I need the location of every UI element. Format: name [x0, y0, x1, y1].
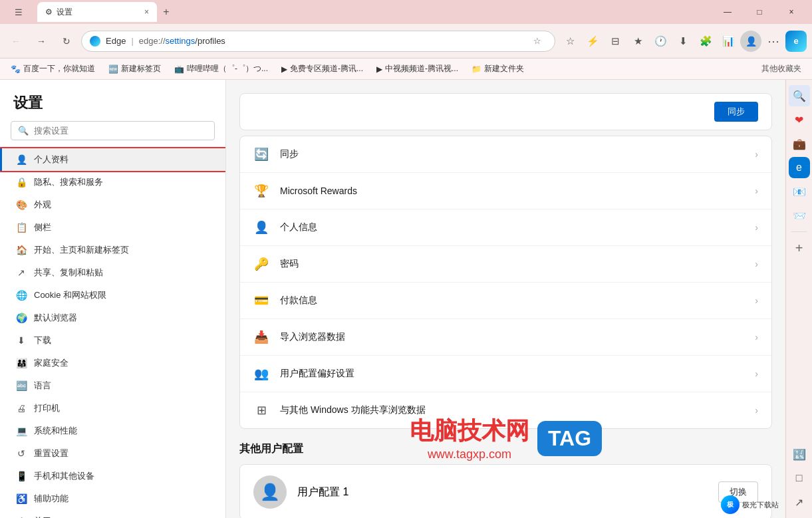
collections-button[interactable]: ☆	[559, 31, 581, 52]
user-prefs-label: 用户配置偏好设置	[280, 368, 744, 380]
browser-essentials-button[interactable]: ⚡	[582, 31, 603, 52]
user-prefs-icon: 👥	[253, 366, 269, 381]
sidebar-toggle-button[interactable]: ☰	[8, 1, 29, 23]
rs-bottom-icon2[interactable]: □	[789, 467, 810, 489]
family-nav-label: 家庭安全	[34, 357, 68, 369]
bookmark-newtab[interactable]: 🆕 新建标签页	[103, 62, 166, 76]
downloads-button[interactable]: ⬇	[672, 31, 694, 52]
newtab-label: 新建标签页	[121, 63, 161, 74]
back-button[interactable]: ←	[5, 31, 27, 52]
reset-nav-label: 重置设置	[34, 448, 68, 459]
edge-brand-icon: e	[785, 31, 807, 52]
settings-item-import[interactable]: 📥 导入浏览器数据 ›	[240, 319, 771, 356]
settings-items-section: 🔄 同步 › 🏆 Microsoft Rewards › 👤 个人信息 › 🔑 …	[239, 136, 772, 429]
nav-item-mobile[interactable]: 📱 手机和其他设备	[0, 465, 225, 487]
default-browser-nav-label: 默认浏览器	[34, 312, 77, 324]
privacy-nav-label: 隐私、搜索和服务	[34, 176, 103, 188]
tab-area: ⚙ 设置 × +	[37, 0, 707, 24]
favorites-button[interactable]: ★	[627, 31, 648, 52]
settings-item-password[interactable]: 🔑 密码 ›	[240, 246, 771, 283]
settings-item-user-prefs[interactable]: 👥 用户配置偏好设置 ›	[240, 356, 771, 392]
rs-tools-icon[interactable]: 💼	[789, 133, 810, 154]
rs-bottom-icon1[interactable]: 🔣	[789, 444, 810, 465]
search-icon: 🔍	[18, 126, 29, 136]
nav-item-appearance[interactable]: 🎨 外观	[0, 194, 225, 216]
profile-button[interactable]: 👤	[740, 31, 761, 52]
nav-item-cookie[interactable]: 🌐 Cookie 和网站权限	[0, 284, 225, 307]
nav-item-family[interactable]: 👨‍👩‍👧 家庭安全	[0, 352, 225, 374]
sync-button[interactable]: 同步	[714, 102, 758, 122]
settings-item-windows-share[interactable]: ⊞ 与其他 Windows 功能共享浏览数据 ›	[240, 392, 771, 428]
rs-msg-icon[interactable]: 📨	[789, 205, 810, 226]
nav-item-print[interactable]: 🖨 打印机	[0, 397, 225, 420]
nav-item-accessibility[interactable]: ♿ 辅助功能	[0, 487, 225, 510]
forward-button[interactable]: →	[31, 31, 52, 52]
split-screen-button[interactable]: ⊟	[605, 31, 626, 52]
rs-add-icon[interactable]: +	[789, 237, 810, 259]
url-rest: /profiles	[195, 36, 225, 46]
rs-bottom-icon3[interactable]: ↗	[789, 491, 810, 513]
folder-label: 新建文件夹	[484, 63, 524, 74]
rs-divider	[791, 231, 807, 232]
profile-card: 👤 用户配置 1 切换	[239, 464, 772, 518]
addressbar: ← → ↻ Edge | edge://settings/profiles ☆ …	[0, 24, 812, 59]
nav-item-default-browser[interactable]: 🌍 默认浏览器	[0, 307, 225, 329]
user-prefs-arrow-icon: ›	[755, 368, 758, 379]
nav-item-profile[interactable]: 👤 个人资料	[0, 148, 225, 171]
settings-item-rewards[interactable]: 🏆 Microsoft Rewards ›	[240, 173, 771, 209]
settings-item-personal-info[interactable]: 👤 个人信息 ›	[240, 209, 771, 246]
nav-item-about[interactable]: ℹ 关于 Microsoft Edge	[0, 510, 225, 518]
bookmarks-more-button[interactable]: 其他收藏夹	[756, 62, 807, 76]
bookmark-baidu[interactable]: 🐾 百度一下，你就知道	[5, 62, 100, 76]
bookmark-tencent1[interactable]: ▶ 免费专区频道-腾讯...	[276, 62, 368, 76]
rs-favorites-icon[interactable]: ❤	[789, 109, 810, 130]
aurora-badge: 极 极光下载站	[721, 495, 779, 514]
nav-item-sidebar[interactable]: 📋 侧栏	[0, 216, 225, 239]
settings-item-payment[interactable]: 💳 付款信息 ›	[240, 283, 771, 319]
print-nav-icon: 🖨	[15, 403, 27, 414]
nav-item-reset[interactable]: ↺ 重置设置	[0, 442, 225, 465]
refresh-button[interactable]: ↻	[56, 31, 77, 52]
settings-tab[interactable]: ⚙ 设置 ×	[37, 2, 157, 22]
nav-item-privacy[interactable]: 🔒 隐私、搜索和服务	[0, 171, 225, 194]
search-input[interactable]	[34, 126, 207, 136]
close-button[interactable]: ×	[776, 0, 807, 24]
performance-button[interactable]: 📊	[718, 31, 739, 52]
minimize-button[interactable]: —	[712, 0, 743, 24]
nav-item-system[interactable]: 💻 系统和性能	[0, 420, 225, 442]
import-icon: 📥	[253, 330, 269, 344]
rs-edge-icon[interactable]: e	[789, 157, 810, 178]
top-profile-section: 同步	[239, 93, 772, 130]
profile-info: 用户配置 1	[297, 485, 708, 499]
bookmark-tencent2[interactable]: ▶ 中视频频道-腾讯视...	[371, 62, 464, 76]
nav-item-downloads[interactable]: ⬇ 下载	[0, 329, 225, 352]
import-label: 导入浏览器数据	[280, 331, 744, 343]
rs-search-icon[interactable]: 🔍	[789, 85, 810, 106]
sidebar-nav-icon: 📋	[15, 222, 27, 233]
aurora-logo-text: 极	[727, 500, 734, 509]
tab-close-button[interactable]: ×	[144, 7, 149, 17]
cookie-nav-label: Cookie 和网站权限	[34, 289, 106, 301]
accessibility-nav-label: 辅助功能	[34, 493, 68, 505]
password-icon: 🔑	[253, 257, 269, 271]
default-browser-nav-icon: 🌍	[15, 313, 27, 323]
titlebar-left: ☰	[5, 1, 32, 23]
address-input-area[interactable]: Edge | edge://settings/profiles ☆	[81, 31, 555, 52]
share-nav-label: 共享、复制和粘贴	[34, 267, 103, 279]
tab-label: 设置	[57, 7, 72, 18]
nav-item-language[interactable]: 🔤 语言	[0, 374, 225, 397]
nav-item-startup[interactable]: 🏠 开始、主页和新建标签页	[0, 239, 225, 261]
star-button[interactable]: ☆	[528, 32, 547, 51]
new-tab-button[interactable]: +	[157, 3, 176, 21]
history-button[interactable]: 🕐	[650, 31, 671, 52]
maximize-button[interactable]: □	[744, 0, 775, 24]
bookmark-bilibili[interactable]: 📺 哔哩哔哩（゜-゜）つ...	[169, 62, 273, 76]
bookmark-folder[interactable]: 📁 新建文件夹	[466, 62, 529, 76]
settings-item-sync[interactable]: 🔄 同步 ›	[240, 136, 771, 173]
extensions-button[interactable]: 🧩	[695, 31, 716, 52]
more-button[interactable]: ⋯	[763, 31, 784, 52]
rs-outlook-icon[interactable]: 📧	[789, 181, 810, 202]
nav-item-share[interactable]: ↗ 共享、复制和粘贴	[0, 261, 225, 284]
baidu-icon: 🐾	[11, 65, 21, 74]
search-box[interactable]: 🔍	[11, 121, 215, 140]
